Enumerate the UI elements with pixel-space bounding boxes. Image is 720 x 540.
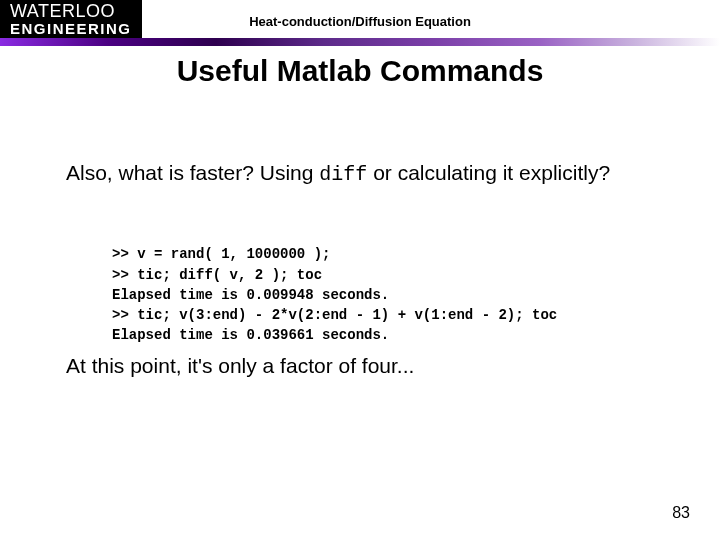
conclusion-paragraph: At this point, it's only a factor of fou… [66, 354, 660, 378]
decorative-stripe [0, 38, 720, 46]
intro-prefix: Also, what is faster? Using [66, 161, 319, 184]
code-line: >> tic; v(3:end) - 2*v(2:end - 1) + v(1:… [112, 307, 557, 323]
slide: WATERLOO ENGINEERING Heat-conduction/Dif… [0, 0, 720, 540]
intro-suffix: or calculating it explicitly? [367, 161, 610, 184]
page-number: 83 [672, 504, 690, 522]
code-line: Elapsed time is 0.009948 seconds. [112, 287, 389, 303]
code-line: >> v = rand( 1, 1000000 ); [112, 246, 330, 262]
code-block: >> v = rand( 1, 1000000 ); >> tic; diff(… [112, 224, 680, 346]
intro-paragraph: Also, what is faster? Using diff or calc… [66, 160, 660, 187]
slide-title: Useful Matlab Commands [0, 54, 720, 88]
code-line: >> tic; diff( v, 2 ); toc [112, 267, 322, 283]
header-band: WATERLOO ENGINEERING Heat-conduction/Dif… [0, 0, 720, 46]
intro-inline-code: diff [319, 163, 367, 186]
code-line: Elapsed time is 0.039661 seconds. [112, 327, 389, 343]
topic-label: Heat-conduction/Diffusion Equation [0, 14, 720, 29]
